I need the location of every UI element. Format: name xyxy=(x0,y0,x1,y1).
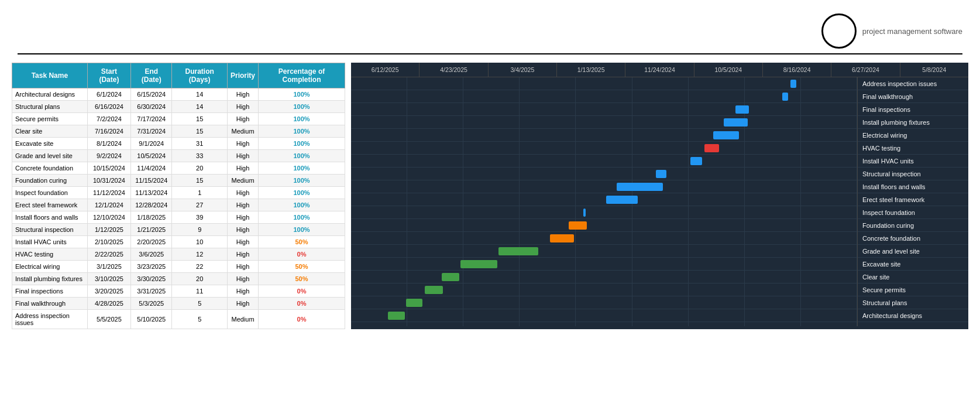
gantt-label-row: Structural inspection xyxy=(858,168,968,180)
gantt-bar xyxy=(704,144,718,152)
table-row: Erect steel framework12/1/202412/28/2024… xyxy=(12,199,345,211)
table-row: Excavate site8/1/20249/1/202431High100% xyxy=(12,138,345,150)
gantt-bar xyxy=(790,80,796,88)
gantt-label-row: Excavate site xyxy=(858,258,968,271)
gantt-bar-row xyxy=(351,309,857,322)
table-row: Architectural designs6/1/20246/15/202414… xyxy=(12,88,345,101)
gantt-bar xyxy=(406,299,422,307)
gantt-bar-row xyxy=(351,219,857,232)
gantt-label-row: Inspect foundation xyxy=(858,206,968,219)
gantt-bar xyxy=(583,209,586,217)
gantt-chart: 6/12/20254/23/20253/4/20251/13/202511/24… xyxy=(351,63,968,329)
table-row: Electrical wiring3/1/20253/23/202522High… xyxy=(12,261,345,273)
col-start: Start (Date) xyxy=(87,63,130,88)
gantt-bar xyxy=(569,221,587,230)
gantt-label-row: Install HVAC units xyxy=(858,155,968,168)
table-row: Structural plans6/16/20246/30/202414High… xyxy=(12,101,345,113)
gantt-label-row: Address inspection issues xyxy=(858,77,968,90)
table-row: Address inspection issues5/5/20255/10/20… xyxy=(12,310,345,329)
gantt-bar xyxy=(550,234,574,242)
gantt-label-row: Secure permits xyxy=(858,283,968,296)
table-row: Grade and level site9/2/202410/5/202433H… xyxy=(12,150,345,162)
col-priority: Priority xyxy=(228,63,259,88)
gantt-label-row: Architectural designs xyxy=(858,309,968,322)
gantt-bar xyxy=(782,93,788,101)
header-divider xyxy=(18,53,962,54)
gantt-bar xyxy=(442,273,460,281)
gantt-bar xyxy=(735,105,748,114)
gantt-bar xyxy=(713,131,740,139)
gantt-bar-row xyxy=(351,283,857,296)
task-table-wrapper: Task Name Start (Date) End (Date) Durati… xyxy=(12,63,345,329)
gantt-bar xyxy=(498,247,538,255)
table-row: Clear site7/16/20247/31/202415Medium100% xyxy=(12,125,345,138)
gantt-bar-row xyxy=(351,77,857,90)
gantt-label-row: Structural plans xyxy=(858,296,968,309)
gantt-bar-row xyxy=(351,232,857,245)
gantt-bar xyxy=(724,118,748,127)
gantt-label-row: Final inspections xyxy=(858,103,968,116)
gantt-bar xyxy=(425,286,443,294)
gantt-bar xyxy=(388,312,404,320)
gantt-bar xyxy=(656,170,666,178)
gantt-bar-row xyxy=(351,245,857,258)
gantt-label-row: Concrete foundation xyxy=(858,232,968,245)
gantt-bar-row xyxy=(351,180,857,193)
table-row: Final walkthrough4/28/20255/3/20255High0… xyxy=(12,298,345,310)
gantt-label-row: Final walkthrough xyxy=(858,90,968,103)
gantt-bar-row xyxy=(351,129,857,142)
gantt-label-row: Foundation curing xyxy=(858,219,968,232)
col-end: End (Date) xyxy=(131,63,172,88)
table-row: Final inspections3/20/20253/31/202511Hig… xyxy=(12,285,345,298)
gantt-bar-row xyxy=(351,296,857,309)
gantt-bar-row xyxy=(351,90,857,103)
project-name-label xyxy=(18,29,23,38)
gantt-bar-row xyxy=(351,155,857,168)
col-task: Task Name xyxy=(12,63,88,88)
gantt-label-row: Install plumbing fixtures xyxy=(858,116,968,129)
gantt-bar-row xyxy=(351,103,857,116)
table-row: Install floors and walls12/10/20241/18/2… xyxy=(12,211,345,224)
table-row: Concrete foundation10/15/202411/4/202420… xyxy=(12,162,345,175)
gantt-label-row: Erect steel framework xyxy=(858,193,968,206)
gantt-label-row: Install floors and walls xyxy=(858,180,968,193)
gantt-label-row: Grade and level site xyxy=(858,245,968,258)
table-row: Structural inspection1/12/20251/21/20259… xyxy=(12,224,345,236)
gantt-label-row: HVAC testing xyxy=(858,142,968,155)
table-row: Install plumbing fixtures3/10/20253/30/2… xyxy=(12,273,345,285)
col-pct: Percentage of Completion xyxy=(259,63,345,88)
gantt-bar-row xyxy=(351,193,857,206)
gantt-bar-row xyxy=(351,271,857,283)
gantt-bar-row xyxy=(351,168,857,180)
gantt-bar xyxy=(606,196,638,204)
task-table: Task Name Start (Date) End (Date) Durati… xyxy=(12,63,345,329)
gantt-bar xyxy=(690,157,702,165)
gantt-label-row: Electrical wiring xyxy=(858,129,968,142)
gantt-bar-row xyxy=(351,206,857,219)
col-duration: Duration (Days) xyxy=(172,63,228,88)
table-row: Inspect foundation11/12/202411/13/20241H… xyxy=(12,187,345,199)
logo-sub: project management software xyxy=(862,27,962,36)
table-row: Install HVAC units2/10/20252/20/202510Hi… xyxy=(12,236,345,248)
table-row: Foundation curing10/31/202411/15/202415M… xyxy=(12,175,345,187)
gantt-bar xyxy=(460,260,497,268)
gantt-bar-row xyxy=(351,258,857,271)
table-row: Secure permits7/2/20247/17/202415High100… xyxy=(12,113,345,125)
gantt-bar xyxy=(617,183,663,191)
table-row: HVAC testing2/22/20253/6/202512High0% xyxy=(12,248,345,261)
logo-circle xyxy=(821,13,857,49)
gantt-label-row: Clear site xyxy=(858,271,968,283)
gantt-bar-row xyxy=(351,142,857,155)
gantt-bar-row xyxy=(351,116,857,129)
